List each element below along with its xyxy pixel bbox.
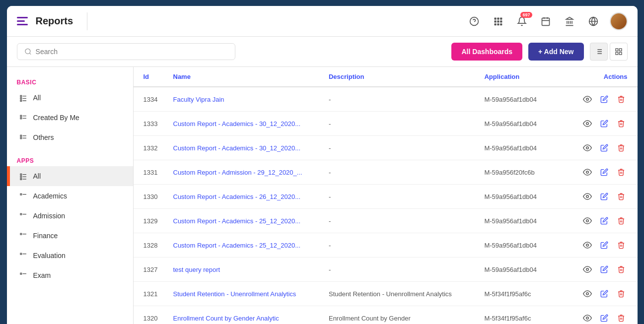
view-button[interactable] — [581, 239, 594, 252]
cell-description: - — [329, 169, 484, 176]
cell-application: M-59a956af1db04 — [484, 120, 577, 128]
svg-rect-5 — [494, 20, 496, 22]
edit-button[interactable] — [598, 141, 611, 154]
sidebar-apps-all-label: All — [33, 172, 41, 180]
cell-actions — [578, 141, 628, 154]
cell-application: M-5f34f1f95af6c — [484, 315, 577, 322]
report-link[interactable]: Custom Report - Admission - 29_12_2020_.… — [173, 169, 302, 176]
report-link[interactable]: Enrollment Count by Gender Analytic — [173, 315, 279, 322]
sidebar-item-basic-all[interactable]: All — [7, 88, 133, 108]
institution-icon[interactable] — [562, 14, 577, 29]
hamburger-menu-icon[interactable] — [17, 17, 28, 25]
view-button[interactable] — [581, 93, 594, 106]
edit-button[interactable] — [598, 93, 611, 106]
globe-icon[interactable] — [586, 14, 601, 29]
delete-button[interactable] — [615, 287, 628, 300]
report-link[interactable]: Custom Report - Academics - 25_12_2020..… — [173, 217, 301, 225]
sidebar-academics-label: Academics — [33, 192, 67, 200]
edit-button[interactable] — [598, 166, 611, 179]
svg-point-70 — [586, 220, 588, 222]
report-link[interactable]: Custom Report - Academics - 30_12_2020..… — [173, 144, 301, 152]
sidebar-item-exam[interactable]: Exam — [7, 265, 133, 285]
report-link[interactable]: Custom Report - Academics - 30_12_2020..… — [173, 120, 301, 128]
delete-button[interactable] — [615, 263, 628, 276]
delete-button[interactable] — [615, 214, 628, 227]
calendar-icon[interactable] — [538, 14, 553, 29]
svg-rect-63 — [20, 273, 22, 274]
delete-button[interactable] — [615, 141, 628, 154]
svg-rect-33 — [616, 52, 618, 55]
delete-button[interactable] — [615, 166, 628, 179]
cell-name: Faculty Vipra Jain — [173, 96, 329, 103]
toolbar: All Dashboards + Add New — [7, 37, 638, 67]
cell-actions — [578, 214, 628, 227]
main-content: Id Name Description Application Actions … — [134, 67, 638, 324]
svg-rect-35 — [20, 95, 22, 97]
report-link[interactable]: Student Retention - Unenrollment Analyti… — [173, 290, 296, 298]
view-button[interactable] — [581, 117, 594, 130]
delete-button[interactable] — [615, 117, 628, 130]
edit-button[interactable] — [598, 190, 611, 203]
svg-point-71 — [586, 244, 588, 247]
sidebar-item-apps-all[interactable]: All — [7, 166, 133, 186]
delete-button[interactable] — [615, 93, 628, 106]
apps-all-icon — [18, 171, 28, 181]
notification-icon[interactable]: 697 — [514, 14, 529, 29]
list-view-button[interactable] — [590, 43, 608, 61]
sidebar-item-finance[interactable]: Finance — [7, 226, 133, 246]
svg-rect-11 — [542, 18, 549, 25]
avatar-image — [611, 13, 627, 29]
avatar[interactable] — [610, 12, 628, 30]
report-link[interactable]: Faculty Vipra Jain — [173, 96, 224, 103]
table-header: Id Name Description Application Actions — [134, 67, 638, 87]
cell-name: Custom Report - Academics - 25_12_2020..… — [173, 217, 329, 225]
cell-description: - — [329, 242, 484, 249]
view-button[interactable] — [581, 190, 594, 203]
edit-button[interactable] — [598, 239, 611, 252]
edit-button[interactable] — [598, 312, 611, 324]
edit-button[interactable] — [598, 263, 611, 276]
view-button[interactable] — [581, 312, 594, 324]
sidebar-item-evaluation[interactable]: Evaluation — [7, 246, 133, 265]
view-button[interactable] — [581, 287, 594, 300]
report-link[interactable]: Custom Report - Academics - 25_12_2020..… — [173, 242, 301, 249]
add-new-button[interactable]: + Add New — [528, 43, 583, 61]
sidebar-item-academics[interactable]: Academics — [7, 186, 133, 206]
cell-name: Enrollment Count by Gender Analytic — [173, 315, 329, 322]
delete-button[interactable] — [615, 312, 628, 324]
svg-rect-53 — [20, 179, 22, 180]
all-dashboards-button[interactable]: All Dashboards — [451, 43, 522, 61]
delete-button[interactable] — [615, 190, 628, 203]
edit-button[interactable] — [598, 117, 611, 130]
report-link[interactable]: test query report — [173, 266, 220, 273]
edit-button[interactable] — [598, 214, 611, 227]
cell-description: Enrollment Count by Gender — [329, 315, 484, 322]
sidebar-item-admission[interactable]: Admission — [7, 206, 133, 226]
cell-id: 1334 — [143, 96, 173, 103]
col-header-name: Name — [173, 73, 329, 80]
search-box[interactable] — [17, 43, 236, 60]
table-row: 1321 Student Retention - Unenrollment An… — [134, 282, 638, 306]
report-link[interactable]: Custom Report - Academics - 26_12_2020..… — [173, 193, 301, 200]
view-button[interactable] — [581, 141, 594, 154]
cell-actions — [578, 312, 628, 324]
header-logo: Reports — [17, 12, 96, 30]
search-input[interactable] — [36, 48, 228, 56]
edit-button[interactable] — [598, 287, 611, 300]
page-title: Reports — [36, 15, 73, 27]
help-icon[interactable] — [467, 14, 482, 29]
sidebar-others-label: Others — [33, 133, 54, 141]
cell-id: 1327 — [143, 266, 173, 273]
col-header-id: Id — [143, 73, 173, 80]
table-row: 1331 Custom Report - Admission - 29_12_2… — [134, 160, 638, 185]
apps-grid-icon[interactable] — [491, 14, 505, 29]
view-button[interactable] — [581, 166, 594, 179]
svg-rect-39 — [20, 100, 22, 102]
sidebar-item-created-by-me[interactable]: Created By Me — [7, 108, 133, 128]
view-button[interactable] — [581, 214, 594, 227]
cell-name: Custom Report - Academics - 25_12_2020..… — [173, 242, 329, 249]
delete-button[interactable] — [615, 239, 628, 252]
view-button[interactable] — [581, 263, 594, 276]
grid-view-button[interactable] — [610, 43, 628, 61]
sidebar-item-others[interactable]: Others — [7, 128, 133, 147]
